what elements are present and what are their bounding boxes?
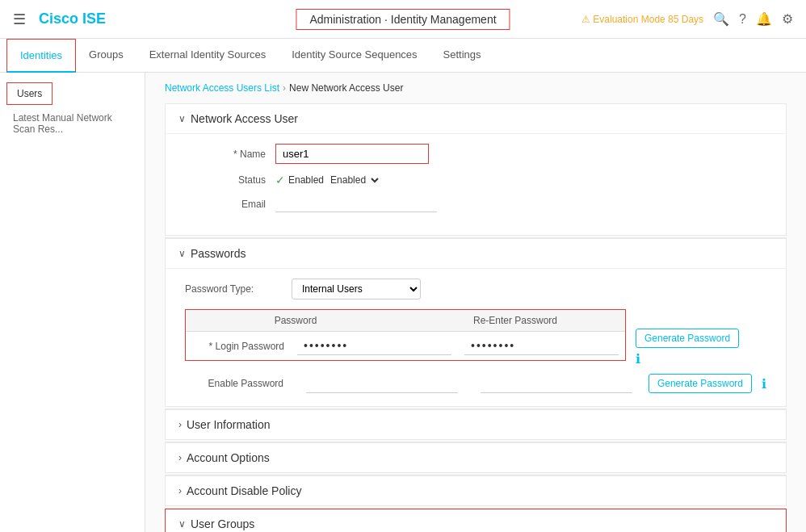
main-layout: Users Latest Manual Network Scan Res... … xyxy=(0,73,806,532)
sidebar-subitem-scan[interactable]: Latest Manual Network Scan Res... xyxy=(0,108,145,139)
account-options-header[interactable]: › Account Options xyxy=(166,443,786,472)
login-password-reenter-input[interactable] xyxy=(464,337,619,355)
help-icon[interactable]: ? xyxy=(739,12,746,27)
name-row: * Name xyxy=(185,144,766,164)
account-disable-policy-header[interactable]: › Account Disable Policy xyxy=(166,476,786,505)
login-password-row: * Login Password xyxy=(186,332,625,360)
password-col-header: Password xyxy=(186,310,405,331)
passwords-title: Passwords xyxy=(191,247,246,260)
eval-warning-badge: ⚠ Evaluation Mode 85 Days xyxy=(581,14,703,25)
account-disable-policy-title: Account Disable Policy xyxy=(187,484,301,497)
network-access-user-body: * Name Status ✓ Enabled Enabled Disabled xyxy=(166,134,786,235)
breadcrumb-link[interactable]: Network Access Users List xyxy=(165,82,279,94)
email-input[interactable] xyxy=(275,196,437,212)
name-input[interactable] xyxy=(279,146,425,161)
user-groups-header[interactable]: ∨ User Groups xyxy=(166,509,786,532)
network-access-user-section: ∨ Network Access User * Name Status ✓ En… xyxy=(165,103,787,236)
account-options-section: › Account Options xyxy=(165,442,787,473)
tab-identity-source-sequences[interactable]: Identity Source Sequences xyxy=(279,39,430,72)
tab-groups[interactable]: Groups xyxy=(76,39,136,72)
account-options-chevron: › xyxy=(178,452,182,463)
email-label: Email xyxy=(185,199,266,210)
email-row: Email xyxy=(185,196,766,212)
top-nav: Identities Groups External Identity Sour… xyxy=(0,39,806,73)
account-options-title: Account Options xyxy=(187,451,270,464)
password-table-header: Password Re-Enter Password xyxy=(186,310,625,332)
user-information-chevron: › xyxy=(178,419,182,430)
notification-icon[interactable]: 🔔 xyxy=(756,11,772,27)
status-row: Status ✓ Enabled Enabled Disabled xyxy=(185,174,766,186)
status-label: Status xyxy=(185,174,266,186)
passwords-body: Password Type: Internal Users Password R… xyxy=(166,269,786,406)
password-type-select[interactable]: Internal Users xyxy=(292,279,421,300)
status-dropdown[interactable]: Enabled Disabled xyxy=(327,174,381,186)
user-information-section: › User Information xyxy=(165,409,787,440)
name-label: * Name xyxy=(185,149,266,160)
hamburger-icon[interactable]: ☰ xyxy=(13,10,26,28)
sidebar-item-users[interactable]: Users xyxy=(6,82,52,105)
network-access-user-header[interactable]: ∨ Network Access User xyxy=(166,104,786,134)
search-icon[interactable]: 🔍 xyxy=(713,11,729,27)
network-access-user-chevron: ∨ xyxy=(178,113,186,124)
user-information-header[interactable]: › User Information xyxy=(166,410,786,439)
tab-settings[interactable]: Settings xyxy=(430,39,494,72)
status-check-icon: ✓ xyxy=(275,174,285,186)
password-type-label: Password Type: xyxy=(185,283,282,295)
enable-password-input[interactable] xyxy=(306,375,458,393)
passwords-header[interactable]: ∨ Passwords xyxy=(166,239,786,269)
cisco-ise-logo: Cisco ISE xyxy=(39,10,106,27)
enable-password-label: Enable Password xyxy=(185,378,290,389)
network-access-user-title: Network Access User xyxy=(191,112,298,125)
login-password-input[interactable] xyxy=(297,337,451,355)
login-password-info-icon[interactable]: ℹ xyxy=(636,351,739,367)
page-title: Administration · Identity Management xyxy=(296,9,510,30)
reenter-col-header: Re-Enter Password xyxy=(405,310,625,331)
header-left: ☰ Cisco ISE xyxy=(13,10,106,28)
tab-identities[interactable]: Identities xyxy=(6,39,76,73)
enable-password-info-icon[interactable]: ℹ xyxy=(762,376,766,392)
passwords-chevron: ∨ xyxy=(178,248,186,259)
login-password-label: * Login Password xyxy=(186,341,291,352)
tab-external-identity-sources[interactable]: External Identity Sources xyxy=(136,39,279,72)
sidebar: Users Latest Manual Network Scan Res... xyxy=(0,73,145,532)
header-right: ⚠ Evaluation Mode 85 Days 🔍 ? 🔔 ⚙ xyxy=(581,11,793,27)
user-groups-chevron: ∨ xyxy=(178,518,186,530)
generate-login-password-button[interactable]: Generate Password xyxy=(636,329,739,348)
enable-password-row: Enable Password Generate Password ℹ xyxy=(185,374,766,393)
user-groups-title: User Groups xyxy=(191,517,254,530)
password-table: Password Re-Enter Password * Login Passw… xyxy=(185,309,626,361)
name-input-wrapper xyxy=(275,144,429,164)
generate-enable-password-button[interactable]: Generate Password xyxy=(649,374,752,393)
account-disable-policy-chevron: › xyxy=(178,485,182,496)
status-value: Enabled xyxy=(288,174,324,186)
breadcrumb-current: New Network Access User xyxy=(289,82,403,94)
password-type-row: Password Type: Internal Users xyxy=(185,279,766,300)
user-information-title: User Information xyxy=(187,418,270,431)
status-badge: ✓ Enabled Enabled Disabled xyxy=(275,174,381,186)
main-content: Network Access Users List › New Network … xyxy=(145,73,806,532)
user-groups-section: ∨ User Groups ⠿ ALL_ACCOUNTS (default) −… xyxy=(165,509,787,532)
password-actions-1: Generate Password ℹ xyxy=(636,309,739,367)
header: ☰ Cisco ISE Administration · Identity Ma… xyxy=(0,0,806,39)
breadcrumb-separator: › xyxy=(283,82,286,94)
enable-password-reenter-input[interactable] xyxy=(481,375,632,393)
account-disable-policy-section: › Account Disable Policy xyxy=(165,475,787,506)
settings-icon[interactable]: ⚙ xyxy=(782,11,793,27)
passwords-section: ∨ Passwords Password Type: Internal User… xyxy=(165,238,787,407)
breadcrumb: Network Access Users List › New Network … xyxy=(165,82,787,94)
